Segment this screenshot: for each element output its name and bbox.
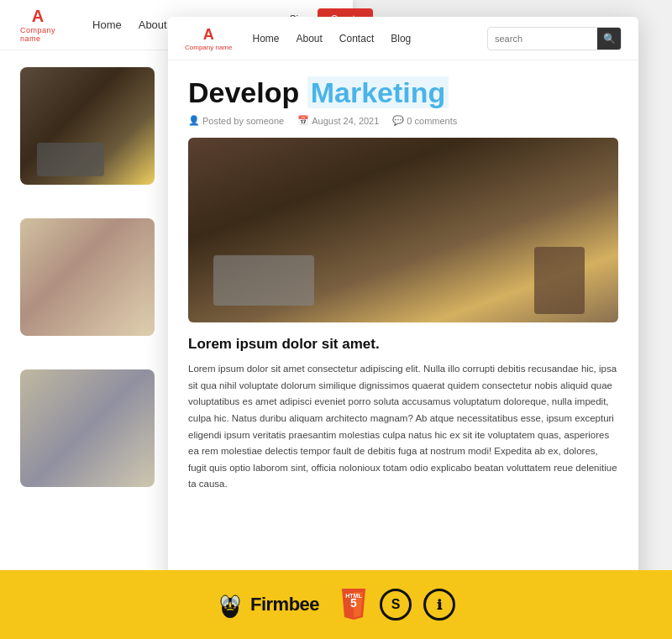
svg-point-5: [231, 605, 234, 608]
front-header: A Company name Home About Contact Blog 🔍: [168, 17, 638, 60]
search-input[interactable]: [488, 34, 597, 44]
front-nav: Home About Contact Blog: [252, 33, 411, 45]
front-search: 🔍: [487, 27, 622, 50]
article-body: Lorem ipsum dolor sit amet consectetur a…: [188, 361, 618, 492]
search-button[interactable]: 🔍: [597, 27, 621, 50]
blog-card-image-2: [20, 218, 155, 336]
footer-brand-name: Firmbee: [250, 594, 319, 615]
svg-point-4: [226, 605, 229, 608]
article-title-part1: Develop: [188, 76, 307, 108]
front-nav-home[interactable]: Home: [252, 33, 279, 45]
back-nav-about[interactable]: About: [139, 18, 167, 31]
blog-card-image-1: [20, 67, 155, 185]
front-nav-contact[interactable]: Contact: [339, 33, 374, 45]
article-hero-image: [188, 138, 618, 322]
front-nav-blog[interactable]: Blog: [391, 33, 411, 45]
footer-badges: 5 HTML: [339, 589, 455, 621]
back-nav-home[interactable]: Home: [92, 18, 122, 31]
article-title: Develop Marketing: [188, 77, 618, 108]
article-comments: 💬 0 comments: [392, 115, 457, 126]
front-nav-about[interactable]: About: [297, 33, 323, 45]
article-lead: Lorem ipsum dolor sit amet.: [188, 336, 618, 353]
html5-badge-icon: 5 HTML: [339, 589, 368, 621]
s-badge-icon: [380, 589, 412, 621]
back-logo-letter: A: [32, 7, 44, 26]
blog-card-image-3: [20, 369, 155, 487]
bee-icon: [217, 589, 244, 620]
user-icon-article: 👤: [188, 115, 200, 126]
front-logo-letter: A: [203, 26, 214, 44]
bottom-footer: Firmbee 5 HTML: [0, 570, 672, 639]
front-logo-text: Company name: [185, 44, 232, 51]
article-title-highlight: Marketing: [307, 76, 449, 108]
footer-brand: Firmbee: [217, 589, 319, 620]
front-panel: A Company name Home About Contact Blog 🔍…: [168, 17, 638, 621]
article-date: 📅 August 24, 2021: [297, 115, 379, 126]
front-content: Develop Marketing 👤 Posted by someone 📅 …: [168, 60, 638, 621]
calendar-icon-article: 📅: [297, 115, 309, 126]
article-meta: 👤 Posted by someone 📅 August 24, 2021 💬 …: [188, 115, 618, 126]
article-author: 👤 Posted by someone: [188, 115, 284, 126]
front-logo: A Company name: [185, 26, 232, 51]
svg-text:HTML: HTML: [345, 593, 362, 599]
back-logo-text: Company name: [20, 26, 55, 43]
info-badge-icon: [423, 589, 455, 621]
back-logo: A Company name: [20, 7, 55, 43]
comment-icon-article: 💬: [392, 115, 404, 126]
